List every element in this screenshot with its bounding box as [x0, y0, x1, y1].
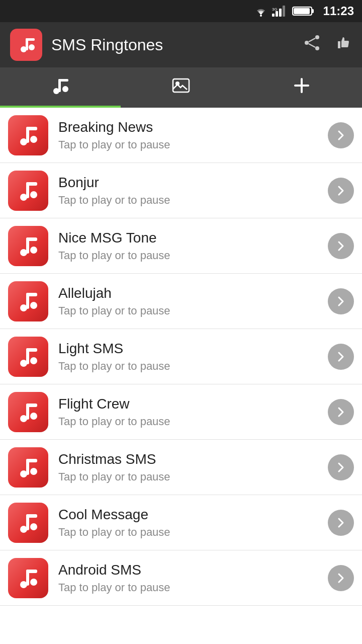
svg-line-16	[309, 38, 315, 42]
ringtone-icon	[8, 392, 48, 432]
ringtone-sub: Tap to play or to pause	[58, 581, 328, 594]
svg-point-26	[20, 138, 27, 145]
ringtone-info: Allelujah Tap to play or to pause	[58, 285, 328, 317]
svg-point-42	[20, 360, 27, 367]
status-icons: 3G 11:23	[254, 4, 354, 18]
battery-icon	[292, 6, 314, 17]
chevron-right-icon	[334, 295, 347, 308]
list-item[interactable]: Flight Crew Tap to play or to pause	[0, 384, 362, 440]
ringtone-sub: Tap to play or to pause	[58, 138, 328, 151]
svg-rect-53	[26, 459, 37, 462]
svg-point-0	[260, 15, 262, 17]
thumbs-up-icon[interactable]	[335, 34, 352, 55]
wifi-icon	[254, 6, 268, 17]
svg-rect-7	[294, 8, 310, 14]
ringtone-sub: Tap to play or to pause	[58, 304, 328, 317]
svg-point-51	[30, 468, 37, 475]
list-item[interactable]: Allelujah Tap to play or to pause	[0, 274, 362, 329]
chevron-right-icon	[334, 350, 347, 363]
music-note-icon	[16, 399, 41, 425]
list-item[interactable]: Light SMS Tap to play or to pause	[0, 329, 362, 384]
ringtone-icon	[8, 171, 48, 211]
svg-rect-25	[294, 85, 309, 87]
chevron-right-icon	[334, 461, 347, 474]
ringtone-chevron[interactable]	[328, 178, 354, 204]
ringtone-icon	[8, 115, 48, 155]
ringtone-name: Light SMS	[58, 341, 328, 357]
chevron-right-icon	[334, 516, 347, 529]
app-title: SMS Ringtones	[51, 36, 304, 54]
ringtone-list: Breaking News Tap to play or to pause Bo…	[0, 108, 362, 606]
ringtone-chevron[interactable]	[328, 288, 354, 314]
status-time: 11:23	[323, 4, 354, 18]
music-tab-icon	[50, 75, 71, 101]
app-logo	[10, 29, 42, 61]
ringtone-sub: Tap to play or to pause	[58, 470, 328, 484]
ringtone-info: Flight Crew Tap to play or to pause	[58, 396, 328, 428]
ringtone-name: Breaking News	[58, 119, 328, 135]
app-bar: SMS Ringtones	[0, 22, 362, 67]
ringtone-chevron[interactable]	[328, 565, 354, 591]
list-item[interactable]: Cool Message Tap to play or to pause	[0, 495, 362, 550]
svg-point-58	[20, 581, 27, 588]
ringtone-icon	[8, 226, 48, 266]
music-note-icon	[16, 233, 41, 259]
ringtone-info: Nice MSG Tone Tap to play or to pause	[58, 230, 328, 262]
svg-point-43	[30, 357, 37, 364]
svg-rect-49	[26, 404, 37, 407]
svg-point-59	[30, 579, 37, 586]
svg-rect-29	[26, 127, 37, 130]
ringtone-info: Cool Message Tap to play or to pause	[58, 507, 328, 539]
svg-rect-2	[276, 11, 278, 17]
chevron-right-icon	[334, 184, 347, 197]
ringtone-chevron[interactable]	[328, 454, 354, 480]
svg-point-13	[315, 35, 319, 39]
list-item[interactable]: Android SMS Tap to play or to pause	[0, 550, 362, 606]
svg-point-30	[20, 194, 27, 201]
tab-add[interactable]	[241, 67, 362, 108]
svg-point-31	[30, 191, 37, 198]
share-icon[interactable]	[304, 34, 321, 55]
ringtone-chevron[interactable]	[328, 344, 354, 370]
tab-music[interactable]	[0, 67, 121, 108]
svg-line-17	[309, 44, 315, 47]
svg-point-38	[20, 304, 27, 311]
tab-image[interactable]	[121, 67, 241, 108]
svg-rect-37	[26, 237, 37, 241]
svg-rect-12	[26, 38, 35, 41]
chevron-right-icon	[334, 129, 347, 142]
list-item[interactable]: Bonjur Tap to play or to pause	[0, 163, 362, 218]
ringtone-name: Flight Crew	[58, 396, 328, 412]
ringtone-sub: Tap to play or to pause	[58, 526, 328, 539]
list-item[interactable]: Breaking News Tap to play or to pause	[0, 108, 362, 163]
image-tab-icon	[170, 75, 192, 101]
ringtone-chevron[interactable]	[328, 233, 354, 259]
ringtone-chevron[interactable]	[328, 122, 354, 148]
svg-rect-8	[312, 9, 314, 13]
ringtone-sub: Tap to play or to pause	[58, 194, 328, 207]
ringtone-name: Christmas SMS	[58, 451, 328, 467]
music-note-icon	[16, 510, 41, 535]
ringtone-name: Android SMS	[58, 562, 328, 578]
svg-rect-57	[26, 514, 37, 518]
ringtone-icon	[8, 447, 48, 488]
svg-point-54	[20, 526, 27, 533]
ringtone-sub: Tap to play or to pause	[58, 360, 328, 373]
svg-rect-1	[272, 14, 275, 17]
music-note-icon	[16, 289, 41, 314]
list-item[interactable]: Christmas SMS Tap to play or to pause	[0, 440, 362, 495]
app-bar-actions	[304, 34, 352, 55]
list-item[interactable]: Nice MSG Tone Tap to play or to pause	[0, 218, 362, 274]
ringtone-chevron[interactable]	[328, 399, 354, 425]
svg-rect-45	[26, 348, 37, 352]
ringtone-icon	[8, 281, 48, 321]
ringtone-info: Light SMS Tap to play or to pause	[58, 341, 328, 373]
svg-point-39	[30, 302, 37, 309]
svg-text:3G: 3G	[272, 7, 278, 12]
ringtone-chevron[interactable]	[328, 510, 354, 536]
svg-point-19	[62, 86, 68, 92]
ringtone-icon	[8, 558, 48, 598]
chevron-right-icon	[334, 572, 347, 585]
svg-point-14	[305, 41, 309, 45]
ringtone-info: Breaking News Tap to play or to pause	[58, 119, 328, 151]
